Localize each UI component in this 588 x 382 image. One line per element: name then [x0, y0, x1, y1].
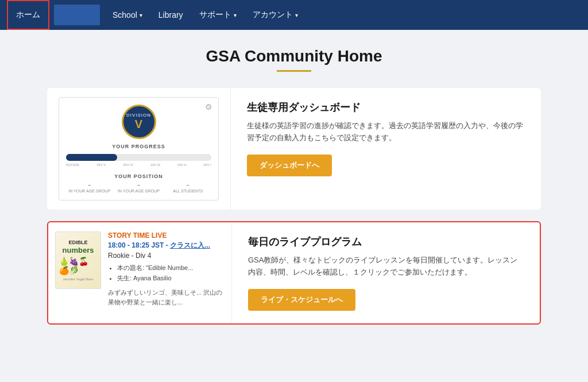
nav-school[interactable]: School ▾ [105, 0, 150, 30]
story-bullet-1: 本の題名: "Edible Numbe... [117, 263, 225, 273]
dashboard-heading: 生徒専用ダッシュボード [247, 101, 525, 114]
story-bullet-2: 先生: Ayana Basilio [117, 273, 225, 284]
page-title: GSA Community Home [34, 47, 554, 65]
book-fruits: 🍐🍇🍒🍊🥬 [59, 257, 97, 275]
story-type: STORY TIME LIVE [108, 231, 225, 240]
story-level: Rookie - Div 4 [108, 252, 225, 260]
story-schedule-button[interactable]: ライブ・スケジュールへ [248, 289, 355, 311]
story-time: 18:00 - 18:25 JST - クラスに入... [108, 241, 225, 250]
story-excerpt: みずみずしいリンゴ、美味しそ... 沢山の果物や野菜と一緒に楽し... [108, 288, 225, 307]
story-bullets: 本の題名: "Edible Numbe... 先生: Ayana Basilio [108, 263, 225, 283]
story-info: STORY TIME LIVE 18:00 - 18:25 JST - クラスに… [108, 231, 225, 314]
support-caret-icon: ▾ [234, 12, 237, 18]
progress-labels: ROOKIE DIV V DIV IV DIV III DIV II DIV I [66, 163, 211, 167]
gear-icon[interactable]: ⚙ [205, 102, 212, 111]
dashboard-card-right: 生徒専用ダッシュボード 生徒様の英語学習の進捗が確認できます。過去の英語学習履歴… [231, 88, 541, 210]
main-content: GSA Community Home ⚙ DIVISION V YOUR PRO… [0, 30, 588, 348]
dashboard-description: 生徒様の英語学習の進捗が確認できます。過去の英語学習履歴の入力や、今後の学習予定… [247, 120, 525, 144]
nav-account[interactable]: アカウント ▾ [245, 0, 306, 30]
title-underline [277, 70, 311, 72]
dashboard-card-left: ⚙ DIVISION V YOUR PROGRESS ROOKIE DIV V … [47, 88, 231, 210]
book-main-text: numbers [63, 246, 94, 254]
navbar: ホーム School ▾ Library サポート ▾ アカウント ▾ [0, 0, 588, 30]
division-badge: DIVISION V [122, 105, 156, 139]
school-caret-icon: ▾ [140, 12, 142, 18]
position-title: YOUR POSITION [66, 173, 211, 179]
dashboard-button[interactable]: ダッシュボードへ [247, 155, 332, 176]
story-description: GSA教師が、様々なトピックのライブレッスンを毎日開催しています。レッスン内容、… [248, 254, 524, 279]
dashboard-card: ⚙ DIVISION V YOUR PROGRESS ROOKIE DIV V … [47, 88, 541, 210]
progress-bar-fill [66, 154, 117, 161]
position-grid: -- -- -- IN YOUR AGE GROUP IN YOUR AGE G… [66, 183, 211, 193]
book-cover: EDIBLE numbers 🍐🍇🍒🍊🥬 Jennifer Vogel Bass [55, 231, 101, 289]
nav-logo [54, 5, 100, 25]
story-card-right: 毎日のライブプログラム GSA教師が、様々なトピックのライブレッスンを毎日開催し… [232, 222, 540, 323]
progress-widget: ⚙ DIVISION V YOUR PROGRESS ROOKIE DIV V … [59, 97, 219, 200]
story-heading: 毎日のライブプログラム [248, 235, 524, 249]
nav-home[interactable]: ホーム [7, 0, 49, 30]
cards-container: ⚙ DIVISION V YOUR PROGRESS ROOKIE DIV V … [47, 88, 541, 325]
progress-bar-track [66, 154, 211, 161]
join-class-link[interactable]: クラスに入... [170, 241, 210, 249]
book-author: Jennifer Vogel Bass [63, 277, 93, 281]
nav-library[interactable]: Library [150, 0, 191, 30]
story-card-left: EDIBLE numbers 🍐🍇🍒🍊🥬 Jennifer Vogel Bass… [48, 222, 232, 323]
book-top-text: EDIBLE [68, 240, 87, 246]
story-card: EDIBLE numbers 🍐🍇🍒🍊🥬 Jennifer Vogel Bass… [47, 221, 541, 325]
progress-widget-title: YOUR PROGRESS [66, 144, 211, 149]
nav-support[interactable]: サポート ▾ [191, 0, 245, 30]
account-caret-icon: ▾ [295, 12, 298, 18]
